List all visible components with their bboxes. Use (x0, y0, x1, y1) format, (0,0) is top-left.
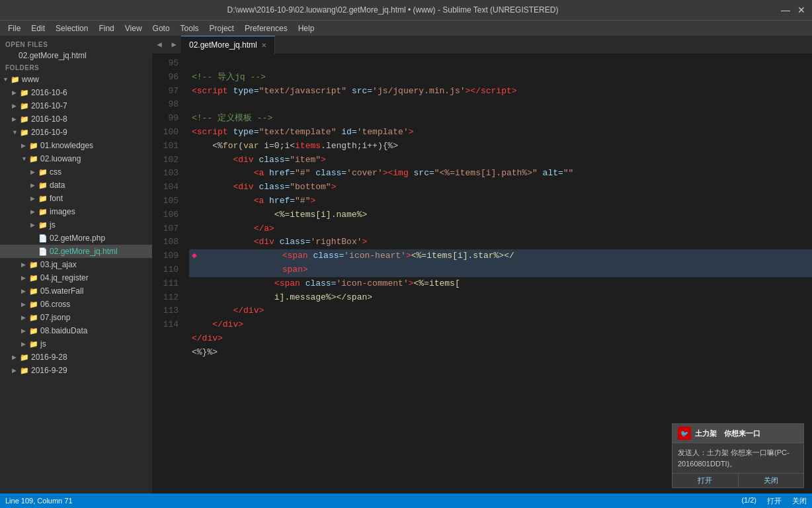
tree-item[interactable]: ▶📁06.cross (0, 298, 152, 311)
status-right: (1/2) 打开 关闭 (741, 496, 807, 506)
tree-item[interactable]: ▶📁08.baiduData (0, 324, 152, 337)
tree-label: 02.getMore.php (50, 233, 105, 243)
code-text: <span class='icon-comment'><%=items[ i].… (192, 277, 460, 305)
tab-active[interactable]: 02.getMore_jq.html ✕ (181, 36, 275, 54)
close-button[interactable]: ✕ (796, 5, 807, 15)
tree-item[interactable]: ▼📁02.luowang (0, 152, 152, 165)
code-text: <script type="text/javascript" src='js/j… (192, 85, 517, 99)
tree-item[interactable]: ▶📁2016-10-8 (0, 112, 152, 126)
folder-icon: 📁 (29, 314, 38, 322)
code-line: <div class='rightBox'> (189, 235, 812, 249)
tree-label: 05.waterFall (40, 286, 83, 296)
folder-icon: 📁 (20, 89, 29, 97)
tree-item[interactable]: ▶📁2016-10-7 (0, 99, 152, 112)
status-close-btn[interactable]: 关闭 (792, 496, 807, 506)
tree-label: 07.jsonp (40, 313, 70, 322)
code-line (189, 57, 812, 71)
notification-avatar: 🐦 (678, 427, 691, 440)
tree-item[interactable]: ▶📁css (0, 165, 152, 179)
menu-project[interactable]: Project (204, 21, 239, 36)
code-line: <span class='icon-comment'><%=items[ i].… (189, 277, 812, 305)
tree-item[interactable]: ▶📁03.jq_ajax (0, 258, 152, 271)
tree-item[interactable]: ▶📁font (0, 192, 152, 205)
tree-item[interactable]: ▶📁07.jsonp (0, 311, 152, 324)
tree-item[interactable]: 📄02.getMore.php (0, 232, 152, 245)
tree-label: js (40, 339, 46, 349)
folder-icon: 📁 (20, 366, 29, 375)
line-number: 106 (155, 208, 179, 222)
tab-next-button[interactable]: ▶ (167, 36, 181, 54)
code-line: </a> (189, 222, 812, 236)
menu-tools[interactable]: Tools (175, 21, 204, 36)
code-text: <%for(var i=0;i<items.length;i++){%> (192, 140, 398, 153)
tree-item[interactable]: ▶📁01.knowledges (0, 139, 152, 152)
code-text: <script type="text/template" id='templat… (192, 126, 414, 140)
tree-item[interactable]: ▼📁2016-10-9 (0, 126, 152, 139)
tree-arrow-icon: ▶ (12, 116, 20, 122)
tree-arrow-icon: ▶ (21, 341, 29, 347)
tree-arrow-icon: ▶ (30, 222, 38, 228)
code-line: <script type="text/template" id='templat… (189, 126, 812, 140)
tree-item[interactable]: ▼📁www (0, 73, 152, 86)
tree-item[interactable]: ▶📁js (0, 337, 152, 351)
file-icon: 📄 (38, 247, 48, 256)
tree-item[interactable]: ▶📁2016-9-29 (0, 364, 152, 377)
tree-arrow-icon: ▶ (12, 103, 20, 109)
code-line: <script type="text/javascript" src='js/j… (189, 85, 812, 99)
tree-item[interactable]: ▶📁05.waterFall (0, 284, 152, 298)
code-line: </div> (189, 318, 812, 332)
status-open-btn[interactable]: 打开 (767, 496, 782, 506)
tree-item[interactable]: ▶📁2016-10-6 (0, 86, 152, 99)
tree-item[interactable]: ▶📁data (0, 179, 152, 192)
folder-icon: 📁 (38, 181, 48, 190)
tree-item[interactable]: ▶📁js (0, 218, 152, 232)
tree-item[interactable]: 📄02.getMore_jq.html (0, 245, 152, 258)
line-number: 107 (155, 222, 179, 236)
code-line: <%for(var i=0;i<items.length;i++){%> (189, 140, 812, 153)
tab-close-icon[interactable]: ✕ (261, 42, 266, 49)
menu-file[interactable]: File (3, 21, 26, 36)
folder-icon: 📁 (38, 194, 48, 203)
minimize-button[interactable]: — (780, 5, 791, 15)
notification-close-button[interactable]: 关闭 (739, 474, 804, 487)
tree-arrow-icon: ▶ (12, 89, 20, 96)
menu-edit[interactable]: Edit (26, 21, 50, 36)
code-line: <!-- 导入jq --> (189, 71, 812, 85)
line-number: 97 (155, 85, 179, 99)
tree-label: 2016-10-6 (31, 88, 67, 97)
line-number: 113 (155, 304, 179, 318)
code-line: <%=items[i].name%> (189, 208, 812, 222)
sidebar: OPEN FILES 02.getMore_jq.html FOLDERS ▼📁… (0, 36, 152, 493)
menubar: File Edit Selection Find View Goto Tools… (0, 20, 812, 36)
tab-prev-button[interactable]: ◀ (152, 36, 167, 54)
tree-arrow-icon: ▶ (30, 182, 38, 189)
tree-item[interactable]: ▶📁2016-9-28 (0, 351, 152, 364)
code-line: <!-- 定义模板 --> (189, 112, 812, 126)
notification-sender: 土力架 你想来一口 (695, 429, 760, 439)
tree-item[interactable]: ▶📁images (0, 205, 152, 218)
notification-open-button[interactable]: 打开 (672, 474, 738, 487)
folder-icon: 📁 (20, 115, 29, 124)
notification-header: 🐦 土力架 你想来一口 (672, 424, 803, 443)
tree-arrow-icon: ▶ (12, 354, 20, 360)
menu-preferences[interactable]: Preferences (239, 21, 293, 36)
code-text: <!-- 定义模板 --> (192, 112, 272, 126)
menu-view[interactable]: View (120, 21, 147, 36)
menu-help[interactable]: Help (293, 21, 320, 36)
tree-label: 06.cross (40, 300, 70, 309)
tree-label: 02.luowang (40, 154, 81, 163)
menu-goto[interactable]: Goto (147, 21, 175, 36)
folders-label: FOLDERS (0, 62, 152, 73)
tree-label: 03.jq_ajax (40, 260, 77, 269)
tree-arrow-icon: ▶ (30, 195, 38, 202)
code-text: </div> (192, 304, 264, 318)
open-file-item[interactable]: 02.getMore_jq.html (0, 50, 152, 62)
tree-arrow-icon: ▶ (21, 327, 29, 334)
menu-selection[interactable]: Selection (50, 21, 93, 36)
line-number: 109 (155, 249, 179, 263)
code-text: <!-- 导入jq --> (192, 71, 266, 85)
folder-icon: 📁 (38, 208, 48, 216)
menu-find[interactable]: Find (93, 21, 119, 36)
tree-item[interactable]: ▶📁04.jq_register (0, 271, 152, 284)
tree-arrow-icon: ▼ (3, 76, 11, 83)
